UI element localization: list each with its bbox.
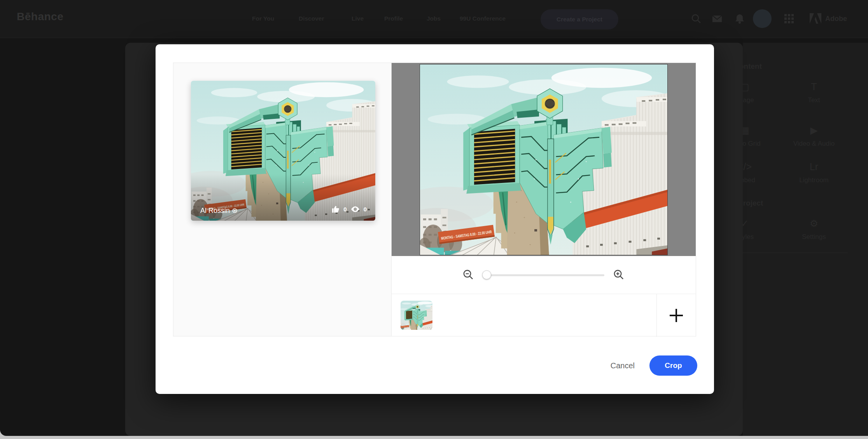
add-image-button[interactable] [656,294,696,337]
adobe-wordmark: Adobe [825,15,847,23]
cover-stats: 0 0 [331,204,367,214]
play-icon: ▶ [785,125,843,137]
eye-icon [350,204,360,214]
nav-profile[interactable]: Profile [384,15,403,22]
page-bottom-strip [0,436,868,439]
zoom-slider-track[interactable] [483,274,604,276]
text-icon: T [785,82,843,93]
nav-99u-conference[interactable]: 99U Conference [460,15,506,22]
nav-discover[interactable]: Discover [299,15,324,22]
user-avatar[interactable] [753,9,772,28]
crop-image[interactable] [420,64,668,255]
image-thumbnail[interactable] [401,301,432,330]
likes-count: 0 [343,206,346,213]
top-navbar: Bēhance For You Discover Live Profile Jo… [0,0,868,38]
nav-jobs[interactable]: Jobs [427,15,441,22]
modal-footer: Cancel Crop [611,355,697,376]
screen: Bēhance For You Discover Live Profile Jo… [0,0,868,439]
crop-photo [420,64,667,255]
create-project-button[interactable]: Create a Project [541,9,618,30]
gear-icon: ⚙ [785,218,843,230]
crop-viewport[interactable] [392,63,696,256]
cover-attribution: Al Rossin ⊛ [200,206,238,215]
behance-logo[interactable]: Bēhance [17,10,63,23]
thumbnail-photo [401,301,432,330]
crop-panel: Al Rossin ⊛ 0 0 [173,63,696,336]
sidebar-tile-video-audio[interactable]: ▶ Video & Audio [785,125,843,148]
adobe-logo-icon[interactable] [809,12,822,25]
plus-icon [669,308,684,323]
nav-for-you[interactable]: For You [252,15,274,22]
thumbnail-strip [392,294,696,337]
search-icon[interactable] [690,13,702,24]
thumbs-up-icon [331,205,340,214]
zoom-slider[interactable] [483,270,604,280]
thumbnail-list [392,294,656,337]
messages-icon[interactable] [711,13,723,24]
cover-preview-pane: Al Rossin ⊛ 0 0 [173,63,392,336]
crop-editor-pane [392,63,696,336]
editor-sidebar: Add Content ▢ Image T Text ▦ Photo Grid … [743,43,868,436]
cancel-button[interactable]: Cancel [611,361,635,370]
project-cover-preview: Al Rossin ⊛ 0 0 [191,81,375,221]
sidebar-tile-text[interactable]: T Text [785,82,843,104]
views-count: 0 [364,206,367,213]
zoom-out-icon[interactable] [462,269,474,281]
sidebar-tile-settings[interactable]: ⚙ Settings [785,218,843,241]
zoom-controls [392,256,696,294]
crop-button[interactable]: Crop [649,355,697,376]
sidebar-tile-lightroom[interactable]: Lr Lightroom [785,162,843,184]
crop-modal: Al Rossin ⊛ 0 0 [156,44,714,394]
nav-live[interactable]: Live [352,15,364,22]
zoom-in-icon[interactable] [613,269,625,281]
lightroom-icon: Lr [785,162,843,173]
zoom-slider-handle[interactable] [482,270,491,279]
apps-grid-icon[interactable] [783,13,795,24]
notifications-icon[interactable] [734,13,746,24]
sidebar-divider [743,253,848,253]
